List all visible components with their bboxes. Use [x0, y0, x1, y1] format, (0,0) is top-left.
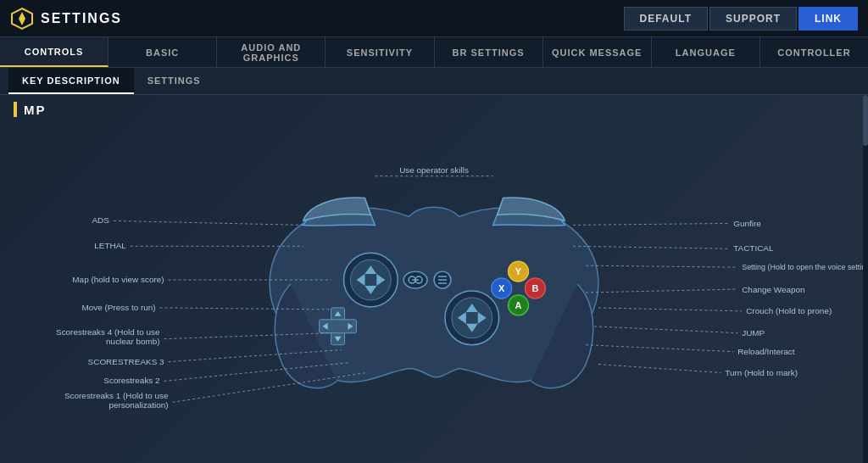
- svg-text:Setting (Hold to open the voic: Setting (Hold to open the voice settings…: [742, 263, 868, 271]
- svg-text:LETHAL: LETHAL: [94, 241, 126, 250]
- svg-text:Change Weapon: Change Weapon: [742, 285, 804, 294]
- svg-text:Use operator skills: Use operator skills: [399, 165, 469, 175]
- svg-text:ADS: ADS: [92, 215, 109, 225]
- section-title: MP: [0, 95, 868, 124]
- svg-text:JUMP: JUMP: [742, 328, 765, 337]
- main-content: MP: [0, 95, 868, 463]
- svg-text:Map (hold to view score): Map (hold to view score): [72, 275, 164, 284]
- svg-line-56: [573, 223, 729, 225]
- svg-text:Crouch (Hold to prone): Crouch (Hold to prone): [746, 306, 832, 315]
- scrollbar[interactable]: [863, 95, 868, 463]
- scrollbar-thumb[interactable]: [863, 95, 868, 146]
- tab-audio-graphics[interactable]: AUDIO AND GRAPHICS: [217, 37, 326, 67]
- svg-line-66: [594, 326, 737, 333]
- svg-text:Move (Press to run): Move (Press to run): [81, 303, 155, 312]
- subtab-key-description[interactable]: KEY DESCRIPTION: [8, 68, 134, 94]
- section-bar: [14, 102, 17, 117]
- logo: SETTINGS: [10, 7, 122, 31]
- svg-line-60: [586, 265, 737, 267]
- svg-text:personalization): personalization): [108, 400, 168, 410]
- svg-text:nuclear bomb): nuclear bomb): [106, 337, 160, 346]
- support-button[interactable]: SUPPORT: [709, 7, 797, 31]
- section-title-text: MP: [24, 103, 47, 117]
- tab-controls[interactable]: CONTROLS: [0, 37, 108, 67]
- tab-language[interactable]: LANGUAGE: [652, 37, 760, 67]
- svg-line-62: [586, 289, 737, 293]
- svg-line-64: [598, 308, 742, 311]
- svg-line-38: [114, 220, 303, 225]
- tab-br-settings[interactable]: BR SETTINGS: [435, 37, 543, 67]
- nav-tabs: CONTROLS BASIC AUDIO AND GRAPHICS SENSIT…: [0, 37, 868, 68]
- header-buttons: DEFAULT SUPPORT LINK: [624, 7, 858, 31]
- svg-text:B: B: [531, 283, 538, 293]
- tab-quick-message[interactable]: QUICK MESSAGE: [543, 37, 652, 67]
- svg-text:X: X: [498, 283, 505, 293]
- svg-line-58: [573, 246, 729, 248]
- svg-line-70: [598, 365, 721, 373]
- header: SETTINGS DEFAULT SUPPORT LINK: [0, 0, 868, 37]
- svg-line-68: [586, 345, 733, 352]
- diagram-area: Y B X A: [0, 124, 868, 461]
- sub-tabs: KEY DESCRIPTION SETTINGS: [0, 68, 868, 95]
- default-button[interactable]: DEFAULT: [624, 7, 708, 31]
- header-title: SETTINGS: [41, 11, 122, 26]
- svg-text:A: A: [515, 300, 522, 310]
- tab-controller[interactable]: CONTROLLER: [760, 37, 868, 67]
- svg-text:TACTICAL: TACTICAL: [733, 243, 774, 253]
- tab-sensitivity[interactable]: SENSITIVITY: [326, 37, 434, 67]
- link-button[interactable]: LINK: [798, 7, 858, 31]
- svg-text:Turn (Hold to mark): Turn (Hold to mark): [725, 368, 798, 377]
- svg-marker-1: [19, 12, 25, 25]
- svg-text:Y: Y: [515, 266, 522, 276]
- logo-icon: [10, 7, 34, 31]
- svg-text:Scorestreaks 2: Scorestreaks 2: [103, 376, 160, 385]
- tab-basic[interactable]: BASIC: [108, 37, 217, 67]
- svg-text:Gunfire: Gunfire: [733, 219, 761, 228]
- svg-text:Reload/Interact: Reload/Interact: [737, 347, 795, 356]
- svg-text:Scorestreaks 1 (Hold to use: Scorestreaks 1 (Hold to use: [64, 391, 169, 400]
- subtab-settings[interactable]: SETTINGS: [134, 68, 214, 94]
- svg-text:Scorestreaks 4 (Hold to use: Scorestreaks 4 (Hold to use: [56, 327, 160, 337]
- controller-diagram: Y B X A: [0, 124, 868, 461]
- svg-text:SCORESTREAKS 3: SCORESTREAKS 3: [88, 357, 164, 366]
